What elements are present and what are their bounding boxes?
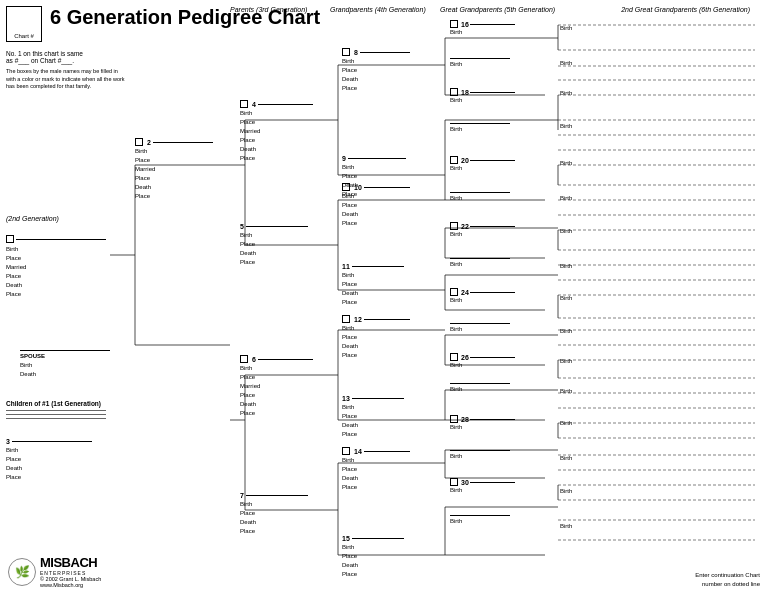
p21-line[interactable] [450,192,510,193]
person-1-line[interactable] [16,239,106,240]
p27-line[interactable] [450,383,510,384]
logo-symbol: 🌿 [15,565,30,579]
person-21-block: Birth [450,192,550,203]
p26-cb [450,353,458,361]
p20-line[interactable] [470,160,515,161]
p4-place3: Place [240,154,330,163]
p18-line[interactable] [470,92,515,93]
p5-death: Death [240,249,330,258]
logo-website: www.Misbach.org [40,582,101,588]
p25-line[interactable] [450,323,510,324]
p18-num: 18 [461,89,469,96]
p7-birth: Birth [240,500,330,509]
p30-cb [450,478,458,486]
continuation-note: Enter continuation Chartnumber on dotted… [695,571,760,588]
p26-line[interactable] [470,357,515,358]
p9-place: Place [342,172,427,181]
logo-text-area: MISBACH ENTERPRISES © 2002 Grant L. Misb… [40,555,101,588]
p15-place2: Place [342,570,427,579]
p13-line[interactable] [352,398,404,399]
p14-death: Death [342,474,427,483]
person-25-block: Birth [450,323,550,334]
p29-birth: Birth [450,452,550,461]
p19-line[interactable] [450,123,510,124]
note1: No. 1 on this chart is same [6,50,131,57]
spouse-line[interactable] [20,350,110,351]
p10-place2: Place [342,219,427,228]
p5-place: Place [240,240,330,249]
p20-cb [450,156,458,164]
gen3-label: Parents (3rd Generation) [230,6,307,13]
p8-death: Death [342,75,427,84]
p23-birth: Birth [450,260,550,269]
child-line-1[interactable] [6,410,106,411]
p16-line[interactable] [470,24,515,25]
person-5-block: 5 Birth Place Death Place [240,223,330,267]
p5-line[interactable] [246,226,308,227]
p6-line[interactable] [258,359,313,360]
p6-num: 6 [252,356,256,363]
p7-place: Place [240,509,330,518]
p14-line[interactable] [364,451,410,452]
p14-birth: Birth [342,456,427,465]
p10-line[interactable] [364,187,410,188]
g6-28-birth: Birth [560,420,572,426]
note2: as #___ on Chart #___. [6,57,131,64]
p12-line[interactable] [364,319,410,320]
p5-place2: Place [240,258,330,267]
p30-line[interactable] [470,482,515,483]
person-12-block: 12 Birth Place Death Place [342,315,427,360]
p4-place: Place [240,118,330,127]
logo-icon: 🌿 [8,558,36,586]
p7-line[interactable] [246,495,308,496]
person-1-checkbox [6,235,14,243]
p22-line[interactable] [470,226,515,227]
person-2-line[interactable] [153,142,213,143]
p24-cb [450,288,458,296]
person-1-death-label: Death [6,281,126,290]
p22-num: 22 [461,223,469,230]
p15-death: Death [342,561,427,570]
logo-area: 🌿 MISBACH ENTERPRISES © 2002 Grant L. Mi… [8,555,101,588]
gen6-label: 2nd Great Grandparents (6th Generation) [590,6,750,13]
person-22-block: 22 Birth [450,222,550,239]
p26-num: 26 [461,354,469,361]
person-23-block: Birth [450,258,550,269]
p12-num: 12 [354,316,362,323]
notes-area: No. 1 on this chart is same as #___ on C… [6,50,131,91]
p4-place2: Place [240,136,330,145]
p31-line[interactable] [450,515,510,516]
person-6-checkbox [240,355,248,363]
person-3-line[interactable] [12,441,92,442]
g6-30-birth: Birth [560,488,572,494]
p23-line[interactable] [450,258,510,259]
p7-num: 7 [240,492,244,499]
p4-line[interactable] [258,104,313,105]
p6-place3: Place [240,409,330,418]
p16-birth: Birth [450,28,550,37]
child-line-3[interactable] [6,418,106,419]
person-7-block: 7 Birth Place Death Place [240,492,330,536]
gen5-label: Great Grandparents (5th Generation) [440,6,555,13]
p16-num: 16 [461,21,469,28]
p22-cb [450,222,458,230]
p15-line[interactable] [352,538,404,539]
person-30-block: 30 Birth [450,478,550,495]
p2-place3: Place [135,192,230,201]
p17-line[interactable] [450,58,510,59]
g6-18-birth: Birth [560,90,572,96]
p6-place: Place [240,373,330,382]
p9-line[interactable] [348,158,406,159]
child-line-2[interactable] [6,414,106,415]
p29-line[interactable] [450,450,510,451]
spouse-label: SPOUSE [20,352,120,361]
p11-line[interactable] [352,266,404,267]
g6-19-birth: Birth [560,123,572,129]
person-20-block: 20 Birth [450,156,550,173]
p13-num: 13 [342,395,350,402]
p24-line[interactable] [470,292,515,293]
p8-place2: Place [342,84,427,93]
p28-line[interactable] [470,419,515,420]
p8-line[interactable] [360,52,410,53]
person-6-block: 6 Birth Place Married Place Death Place [240,355,330,418]
